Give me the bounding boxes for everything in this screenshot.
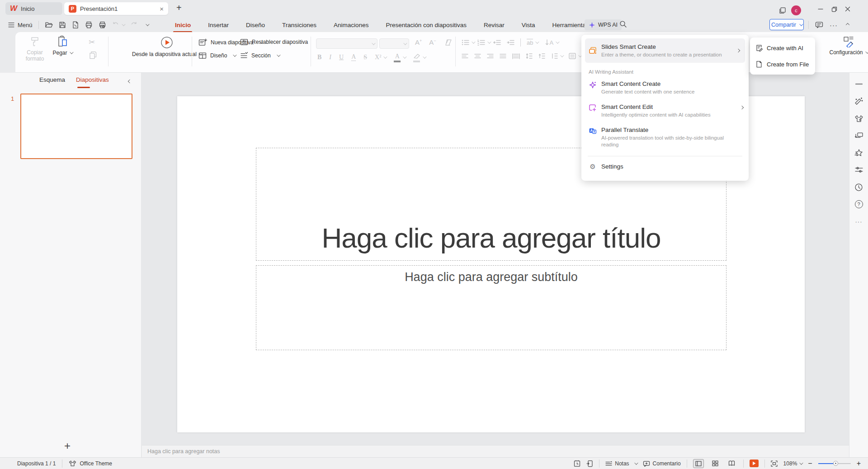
gear-icon: ⚙: [589, 163, 597, 171]
ai-tools-icon[interactable]: [849, 93, 868, 110]
zoom-level[interactable]: 108%: [783, 460, 802, 467]
submenu-item-label: Create with AI: [767, 45, 803, 52]
menu-item-subtitle: Enter a theme, or document to create a p…: [601, 52, 733, 58]
menu-item-smart-content-edit[interactable]: Smart Content Edit Intelligently optimiz…: [581, 99, 749, 122]
transitions-icon[interactable]: [849, 127, 868, 144]
settings-ribbon-button[interactable]: Configuración: [824, 36, 868, 56]
design-theme-icon[interactable]: [849, 110, 868, 127]
tab-transiciones[interactable]: Transiciones: [274, 17, 325, 33]
layout-button[interactable]: Diseño: [198, 52, 236, 59]
reset-slide-icon: [240, 38, 248, 46]
help-icon[interactable]: ?: [849, 196, 868, 213]
close-tab-icon[interactable]: ×: [160, 5, 164, 13]
share-button[interactable]: Compartir: [769, 19, 804, 30]
slides-panel: Esquema Diapositivas 1 +: [0, 73, 142, 457]
collapse-panel-icon[interactable]: [128, 80, 132, 83]
divider: [455, 37, 456, 66]
text-direction-button: ab: [527, 39, 538, 46]
menu-item-settings[interactable]: ⚙ Settings: [581, 160, 749, 174]
new-tab-button[interactable]: +: [176, 3, 182, 13]
zoom-out-button[interactable]: −: [808, 460, 812, 468]
comment-panel-icon[interactable]: [815, 21, 823, 28]
avatar[interactable]: c: [791, 5, 801, 15]
subtitle-placeholder-text: Haga clic para agregar subtítulo: [405, 270, 578, 350]
close-window-button[interactable]: [841, 3, 854, 15]
more-options-icon[interactable]: ···: [830, 21, 838, 29]
collapse-ribbon-icon[interactable]: [846, 23, 849, 27]
qat-more-chevron-icon[interactable]: [146, 22, 149, 26]
tab-revisar[interactable]: Revisar: [475, 17, 513, 33]
notes-toggle[interactable]: Notas: [605, 460, 637, 467]
open-file-icon[interactable]: [45, 21, 53, 28]
theme-icon[interactable]: [69, 460, 76, 467]
zoom-slider-handle[interactable]: [833, 461, 838, 466]
slide-thumbnail[interactable]: [20, 94, 132, 159]
decrease-indent-icon: [493, 39, 501, 46]
config-chevron-icon: [865, 50, 868, 53]
text-anchor-button: [569, 53, 581, 59]
restore-button[interactable]: [827, 3, 841, 15]
zoom-slider[interactable]: [818, 463, 851, 464]
tab-animaciones[interactable]: Animaciones: [325, 17, 377, 33]
menu-item-smart-content-create[interactable]: Smart Content Create Generate text conte…: [581, 76, 749, 99]
menu-item-slides-smart-create[interactable]: Slides Smart Create Enter a theme, or do…: [585, 38, 745, 63]
tab-diseno[interactable]: Diseño: [237, 17, 274, 33]
document-tab[interactable]: P Presentación1 ×: [64, 2, 168, 15]
right-sidebar: ? ···: [849, 73, 868, 457]
slide-sorter-view-button[interactable]: [710, 459, 721, 468]
zoom-in-button[interactable]: +: [857, 460, 861, 468]
add-slide-button[interactable]: +: [64, 440, 71, 452]
config-icon: [843, 36, 854, 47]
highlight-button: [413, 52, 425, 62]
minimize-button[interactable]: [814, 3, 827, 15]
menu-item-parallel-translate[interactable]: Parallel Translate AI-powered translatio…: [581, 122, 749, 152]
line-spacing-button: [551, 53, 563, 59]
tab-presentacion[interactable]: Presentación con diapositivas: [377, 17, 475, 33]
tab-inicio[interactable]: Inicio: [166, 17, 199, 33]
task-window-icon[interactable]: [574, 460, 580, 467]
menu-item-title: Settings: [601, 163, 623, 170]
save-icon[interactable]: [59, 21, 66, 28]
print-preview-icon[interactable]: [99, 21, 106, 28]
normal-view-button[interactable]: [693, 459, 704, 468]
mobile-view-icon[interactable]: [586, 460, 593, 467]
home-tab[interactable]: W Inicio: [5, 2, 62, 15]
tab-esquema[interactable]: Esquema: [39, 76, 65, 83]
tab-vista[interactable]: Vista: [513, 17, 544, 33]
paste-chevron-icon: [70, 50, 73, 54]
divider: [599, 460, 599, 468]
submenu-item-create-with-ai[interactable]: Create with AI: [750, 40, 815, 56]
submenu-item-create-from-file[interactable]: Create from File: [750, 56, 815, 72]
char-spacing-button: A: [351, 53, 356, 61]
print-icon[interactable]: [85, 21, 93, 28]
paste-button[interactable]: Pegar: [51, 36, 74, 56]
wps-ai-button[interactable]: WPS AI: [585, 19, 622, 30]
history-icon[interactable]: [849, 178, 868, 196]
slideshow-play-button[interactable]: [750, 460, 759, 467]
title-bar: W Inicio P Presentación1 × + c: [0, 0, 868, 17]
superscript-button: X²: [375, 54, 386, 61]
section-button[interactable]: Sección: [240, 52, 279, 59]
fit-slide-icon[interactable]: [771, 460, 778, 467]
object-properties-icon[interactable]: [849, 161, 868, 178]
shrink-font-button: A−: [429, 38, 436, 46]
sidebar-more-icon[interactable]: ···: [849, 213, 868, 230]
hide-sidebar-button[interactable]: [849, 75, 868, 93]
comment-button[interactable]: Comentario: [643, 460, 681, 467]
reading-view-button[interactable]: [726, 459, 737, 468]
wps-ai-menu: Slides Smart Create Enter a theme, or do…: [581, 35, 749, 181]
reset-slide-button[interactable]: Restablecer diapositiva: [240, 38, 308, 46]
slides-tab-underline: [77, 87, 90, 88]
search-icon[interactable]: [619, 20, 627, 28]
numbering-button: [477, 39, 490, 46]
tab-layout-icon[interactable]: [778, 6, 787, 14]
tab-diapositivas[interactable]: Diapositivas: [76, 76, 109, 83]
notes-bar[interactable]: Haga clic para agregar notas: [142, 445, 849, 457]
tab-insertar[interactable]: Insertar: [199, 17, 237, 33]
section-icon: [240, 52, 248, 59]
menu-button[interactable]: Menú: [8, 22, 33, 28]
subtitle-placeholder[interactable]: Haga clic para agregar subtítulo: [256, 265, 726, 350]
animation-icon[interactable]: [849, 144, 868, 161]
export-pdf-icon[interactable]: [72, 21, 79, 28]
theme-name[interactable]: Office Theme: [80, 460, 112, 467]
